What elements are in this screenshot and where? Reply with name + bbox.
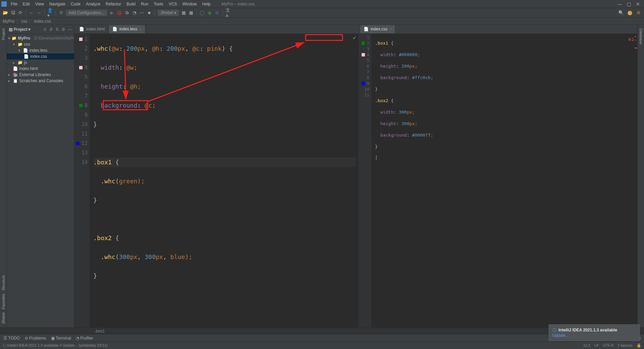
jrebel-icon2[interactable]: ▦ (188, 10, 194, 16)
main-toolbar: 📂 🖫 ⟳ ← → 👤▾ ⚒ Add Configuration... ▶ 🐞 … (0, 8, 644, 18)
tree-scratches[interactable]: ▸📋 Scratches and Consoles (7, 78, 74, 84)
menu-window[interactable]: Window (181, 2, 198, 6)
notification-title: IntelliJ IDEA 2021.1.3 available (558, 328, 617, 332)
project-title[interactable]: ▤ Project ▾ (9, 27, 30, 32)
menu-vcs[interactable]: VCS (167, 2, 179, 6)
collapse-all-icon[interactable]: ⇅ (55, 27, 59, 32)
close-tab-icon[interactable]: × (390, 27, 392, 31)
menu-edit[interactable]: Edit (21, 2, 31, 6)
color-swatch-icon[interactable] (79, 66, 83, 69)
run-config-dropdown[interactable]: Add Configuration... (66, 10, 107, 16)
right-gutter[interactable]: 1 2 3 4 5 6 7 8 9 10 11 (359, 34, 372, 327)
menu-bar: File Edit View Navigate Code Analyze Ref… (0, 0, 644, 8)
minimize-icon[interactable]: ― (617, 1, 622, 7)
user-icon[interactable]: 👤▾ (47, 10, 53, 16)
tree-dir-js[interactable]: ▸📁 js (7, 60, 74, 66)
run-icon[interactable]: ▶ (109, 10, 115, 16)
left-editor-tabs: 📄 index.html 📄 index.less × (74, 25, 359, 34)
line-sep[interactable]: LF (595, 343, 599, 348)
attach-icon[interactable]: ⋯ (139, 10, 144, 16)
caret-position[interactable]: 11:1 (583, 343, 591, 348)
stripe-project[interactable]: Project (1, 28, 5, 40)
circle-icon3[interactable]: ⊘ (214, 10, 220, 16)
close-tab-icon[interactable]: × (139, 27, 141, 31)
editor-breadcrumb: .box1 (0, 327, 644, 334)
coverage-icon[interactable]: ⧉ (124, 10, 130, 16)
menu-code[interactable]: Code (69, 2, 82, 6)
ide-settings-icon[interactable]: ⚙ (636, 10, 641, 16)
left-gutter[interactable]: 1 2 3 4 5 6 7 8 9 10 11 12 13 14 (74, 34, 90, 327)
tree-dir-css[interactable]: ▾📁 css (7, 41, 74, 47)
menu-navigate[interactable]: Navigate (48, 2, 67, 6)
stop-icon[interactable]: ■ (146, 10, 152, 16)
tree-file-css[interactable]: 📄 index.css (7, 53, 74, 60)
left-editor[interactable]: .whc(@w: 200px, @h: 200px, @c: pink) { w… (90, 34, 359, 327)
sync-icon[interactable]: ⟳ (18, 10, 23, 16)
crumb-folder[interactable]: css (21, 19, 27, 24)
tab-profiler[interactable]: ◔ Profiler (76, 336, 93, 341)
profile-icon[interactable]: ◔ (132, 10, 137, 16)
circle-icon2[interactable]: ◉ (207, 10, 212, 16)
project-tree[interactable]: ▾📁 MyPro D:\Develop\Web\MyPro ▾📁 css ▾📄 … (7, 34, 74, 85)
save-icon[interactable]: 🖫 (10, 10, 16, 16)
tree-root[interactable]: ▾📁 MyPro D:\Develop\Web\MyPro (7, 35, 74, 41)
close-icon[interactable]: ✕ (636, 1, 640, 7)
indent[interactable]: 2 spaces (618, 343, 632, 348)
open-icon[interactable]: 📂 (3, 10, 8, 16)
color-swatch-icon[interactable] (79, 104, 83, 107)
stripe-structure[interactable]: Structure (1, 275, 5, 290)
tab-todo[interactable]: ☰ TODO (3, 336, 20, 341)
crumb-project[interactable]: MyPro (3, 19, 15, 24)
menu-help[interactable]: Help (201, 2, 212, 6)
hammer-icon[interactable]: ⚒ (59, 10, 64, 16)
menu-file[interactable]: File (9, 2, 19, 6)
expand-all-icon[interactable]: ⇵ (49, 27, 53, 32)
caret-icon (376, 155, 376, 160)
tab-terminal[interactable]: ▣ Terminal (51, 336, 71, 341)
stripe-favorites[interactable]: Favorites (1, 294, 5, 309)
menu-tools[interactable]: Tools (153, 2, 165, 6)
status-message[interactable]: ▢ IntelliJ IDEA 2021.1.3 available // Up… (3, 343, 108, 348)
menu-refactor[interactable]: Refactor (105, 2, 122, 6)
encoding[interactable]: UTF-8 (603, 343, 614, 348)
tree-external-libs[interactable]: ▸📚 External Libraries (7, 72, 74, 78)
color-swatch-icon[interactable] (362, 82, 365, 85)
maximize-icon[interactable]: ▢ (627, 1, 631, 7)
color-swatch-icon[interactable] (76, 142, 79, 145)
color-swatch-icon[interactable] (362, 42, 365, 45)
forward-icon[interactable]: → (36, 10, 42, 16)
tab-problems[interactable]: ⊘ Problems (25, 336, 46, 341)
translate-icon[interactable]: 文A (226, 10, 231, 16)
circle-icon1[interactable]: ◯ (200, 10, 205, 16)
tree-file-html[interactable]: 📄 index.html (7, 66, 74, 72)
color-swatch-icon[interactable] (79, 38, 83, 41)
jrebel-dropdown[interactable]: JRebel ▾ (158, 10, 179, 16)
window-title: MyPro – index.css (222, 2, 255, 6)
debug-icon[interactable]: 🐞 (117, 10, 122, 16)
crumb-file[interactable]: index.css (34, 19, 51, 24)
right-editor[interactable]: .box1 { width: #008000; height: 200px; b… (372, 34, 637, 327)
menu-build[interactable]: Build (125, 2, 137, 6)
search-icon[interactable]: 🔍 (618, 10, 624, 16)
chevron-right-icon: 〉 (16, 18, 20, 24)
select-opened-icon[interactable]: ⊙ (43, 27, 47, 32)
update-notification[interactable]: ⓘIntelliJ IDEA 2021.1.3 available Update… (549, 324, 640, 341)
stripe-jrebel[interactable]: JRebel (1, 312, 5, 324)
tab-index-less[interactable]: 📄 index.less × (109, 25, 145, 33)
stripe-database[interactable]: Database (639, 28, 643, 44)
color-swatch-icon[interactable] (362, 53, 365, 56)
project-tool-window: ▤ Project ▾ ⊙ ⇵ ⇅ ⚙ — ▾📁 MyPro D:\Develo… (7, 25, 74, 327)
hide-icon[interactable]: — (68, 27, 72, 32)
gear-icon[interactable]: ⚙ (62, 27, 65, 32)
jrebel-icon1[interactable]: ▦ (181, 10, 186, 16)
tree-file-less[interactable]: ▾📄 index.less (7, 47, 74, 53)
tab-index-css[interactable]: 📄 index.css × (360, 25, 395, 33)
back-icon[interactable]: ← (29, 10, 34, 16)
tab-index-html[interactable]: 📄 index.html (76, 25, 109, 33)
updates-icon[interactable]: ⬤ (627, 10, 632, 16)
menu-analyze[interactable]: Analyze (85, 2, 102, 6)
lock-icon[interactable]: 🔒 (637, 343, 641, 348)
menu-view[interactable]: View (34, 2, 45, 6)
notification-link[interactable]: Update... (552, 333, 636, 338)
menu-run[interactable]: Run (140, 2, 150, 6)
